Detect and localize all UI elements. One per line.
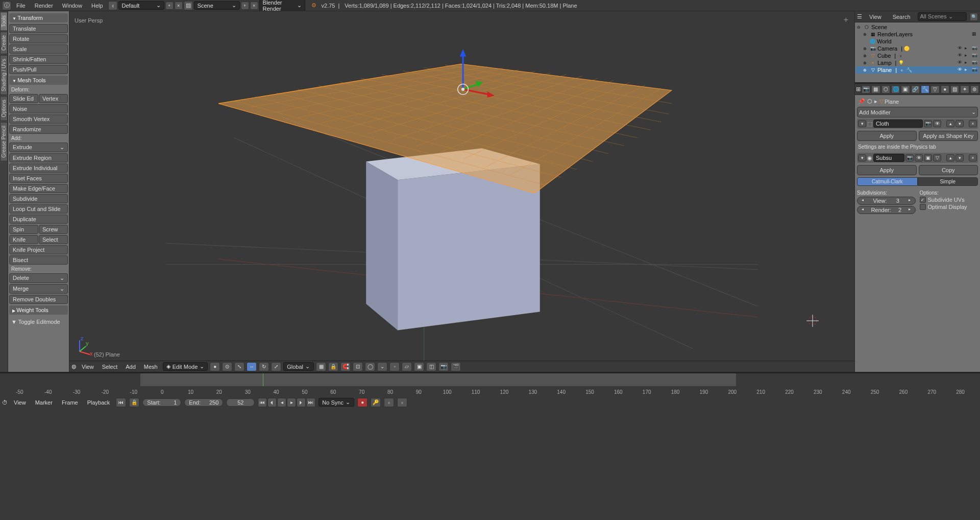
editor-type-icon[interactable]: ⓘ	[2, 1, 11, 10]
sync-dropdown[interactable]: No Sync ⌄	[318, 398, 354, 407]
extrude-region-button[interactable]: Extrude Region	[9, 153, 68, 162]
cloth-collapse-icon[interactable]: ▾	[858, 120, 866, 127]
mesh-tools-header[interactable]: Mesh Tools	[9, 76, 68, 85]
subsurf-display-toggle[interactable]: 👁	[915, 154, 923, 161]
tab-options[interactable]: Options	[0, 96, 8, 121]
inset-faces-button[interactable]: Inset Faces	[9, 174, 68, 183]
menu-help[interactable]: Help	[87, 2, 107, 10]
weight-tools-header[interactable]: Weight Tools	[9, 305, 68, 315]
view-menu[interactable]: View	[79, 363, 97, 371]
knife-project-button[interactable]: Knife Project	[9, 245, 68, 254]
prop-tab-physics[interactable]: ⊚	[970, 85, 979, 93]
insert-key-icon[interactable]: ⬨	[384, 398, 394, 407]
scale-button[interactable]: Scale	[9, 44, 68, 54]
subsurf-render-toggle[interactable]: 📷	[905, 154, 914, 161]
tl-frame-menu[interactable]: Frame	[59, 398, 81, 407]
scene-browse-icon[interactable]: ▨	[184, 1, 193, 10]
outliner-search-menu[interactable]: Search	[889, 13, 915, 21]
select-menu[interactable]: Select	[99, 363, 121, 371]
editor-type-3dview-icon[interactable]: ◍	[71, 363, 77, 370]
snap-toggle-icon[interactable]: 🧲	[340, 362, 351, 371]
subsurf-move-down[interactable]: ▾	[955, 154, 964, 161]
simple-toggle[interactable]: Simple	[918, 177, 978, 186]
keyframe-next-icon[interactable]: ⏵	[297, 398, 306, 407]
keying-set-icon[interactable]: 🔑	[371, 398, 381, 407]
tl-playback-menu[interactable]: Playback	[84, 398, 113, 407]
spin-button[interactable]: Spin	[9, 225, 38, 234]
subsurf-move-up[interactable]: ▴	[946, 154, 954, 161]
prop-tab-render[interactable]: 📷	[862, 85, 870, 93]
tl-marker-menu[interactable]: Marker	[32, 398, 56, 407]
outliner-world[interactable]: World	[877, 38, 892, 44]
pivot-point-icon[interactable]: ⊙	[222, 362, 232, 371]
editor-type-properties-icon[interactable]: ⊞	[856, 86, 861, 92]
render-subdiv-field[interactable]: Render:2	[857, 206, 916, 214]
prop-tab-world[interactable]: 🌐	[891, 85, 900, 93]
timeline[interactable]: -50-40-30-20-100102030405060708090100110…	[0, 372, 980, 396]
noise-button[interactable]: Noise	[9, 104, 68, 113]
subsurf-collapse-icon[interactable]: ▾	[858, 154, 866, 161]
prop-tab-object[interactable]: ▣	[901, 85, 910, 93]
cloth-apply-shape-button[interactable]: Apply as Shape Key	[919, 131, 978, 141]
orientation-dropdown[interactable]: Global ⌄	[283, 362, 314, 371]
face-select-icon[interactable]: ▣	[414, 362, 424, 371]
outliner-camera[interactable]: Camera	[877, 45, 897, 52]
cloth-display-toggle[interactable]: 👁	[933, 120, 941, 127]
view-subdiv-field[interactable]: View:3	[857, 197, 916, 205]
prop-tab-texture[interactable]: ▨	[950, 85, 959, 93]
prop-tab-material[interactable]: ●	[941, 85, 949, 93]
timeline-ruler[interactable]: -50-40-30-20-100102030405060708090100110…	[0, 386, 980, 397]
outliner[interactable]: ⊖⬡Scene ⊕▦RenderLayers▦ 🌐World ⊕📷Camera|…	[855, 22, 980, 84]
subsurf-delete[interactable]: ×	[969, 154, 977, 161]
vertex-select-icon[interactable]: ▫	[389, 362, 400, 371]
outliner-plane[interactable]: Plane	[877, 67, 892, 73]
edge-select-icon[interactable]: ▱	[402, 362, 412, 371]
cloth-delete[interactable]: ×	[969, 120, 977, 127]
jump-start-icon[interactable]: ⏮	[258, 398, 267, 407]
cloth-move-up[interactable]: ▴	[946, 120, 954, 127]
back-to-previous-icon[interactable]: ⫞	[108, 1, 117, 10]
prop-tab-particles[interactable]: ✦	[960, 85, 969, 93]
cloth-render-toggle[interactable]: 📷	[924, 120, 932, 127]
end-frame-field[interactable]: End:250	[184, 398, 223, 407]
tab-grease-pencil[interactable]: Grease Pencil	[0, 122, 8, 161]
duplicate-button[interactable]: Duplicate	[9, 215, 68, 224]
outliner-renderlayers[interactable]: RenderLayers	[877, 31, 913, 37]
add-layout-icon[interactable]: +	[165, 2, 174, 10]
remove-doubles-button[interactable]: Remove Doubles	[9, 295, 68, 304]
prop-tab-renderlayers[interactable]: ▦	[871, 85, 880, 93]
mesh-menu[interactable]: Mesh	[141, 363, 161, 371]
auto-keyframe-icon[interactable]: ●	[357, 398, 368, 407]
tl-view-menu[interactable]: View	[11, 398, 29, 407]
extrude-dropdown[interactable]: Extrude⌄	[9, 143, 68, 152]
subdivide-uvs-checkbox[interactable]	[920, 197, 926, 203]
layout-dropdown[interactable]: Default⌄	[118, 1, 164, 10]
outliner-view-menu[interactable]: View	[865, 13, 886, 21]
render-engine-dropdown[interactable]: Blender Render⌄	[259, 0, 305, 13]
manipulator-toggle-icon[interactable]: ⤡	[234, 362, 244, 371]
outliner-lamp[interactable]: Lamp	[877, 60, 892, 66]
tab-shading-uvs[interactable]: Shading / UVs	[0, 55, 8, 95]
outliner-filter-dropdown[interactable]: All Scenes ⌄	[918, 12, 967, 21]
prop-tab-data[interactable]: ▽	[930, 85, 939, 93]
screw-button[interactable]: Screw	[39, 225, 68, 234]
mode-dropdown[interactable]: ◈ Edit Mode ⌄	[163, 362, 208, 371]
delete-key-icon[interactable]: ⬨	[397, 398, 407, 407]
manipulator-scale-icon[interactable]: ⤢	[271, 362, 281, 371]
prop-tab-constraints[interactable]: 🔗	[911, 85, 920, 93]
proportional-falloff-icon[interactable]: ⌄	[377, 362, 387, 371]
bisect-button[interactable]: Bisect	[9, 255, 68, 265]
layers-icon[interactable]: ▦	[316, 362, 326, 371]
extrude-individual-button[interactable]: Extrude Individual	[9, 163, 68, 173]
manipulator-rotate-icon[interactable]: ↻	[259, 362, 269, 371]
menu-window[interactable]: Window	[58, 2, 86, 10]
shading-mode-icon[interactable]: ●	[210, 362, 220, 371]
knife-button[interactable]: Knife	[9, 235, 38, 244]
limit-selection-icon[interactable]: ◫	[426, 362, 436, 371]
outliner-scene[interactable]: Scene	[871, 24, 887, 30]
subsurf-editmode-toggle[interactable]: ▣	[924, 154, 932, 161]
play-icon[interactable]: ▸	[287, 398, 296, 407]
add-modifier-button[interactable]: Add Modifier⌄	[857, 107, 978, 117]
subsurf-name-field[interactable]: Subsu	[873, 154, 904, 162]
current-frame-field[interactable]: 52	[226, 398, 255, 407]
